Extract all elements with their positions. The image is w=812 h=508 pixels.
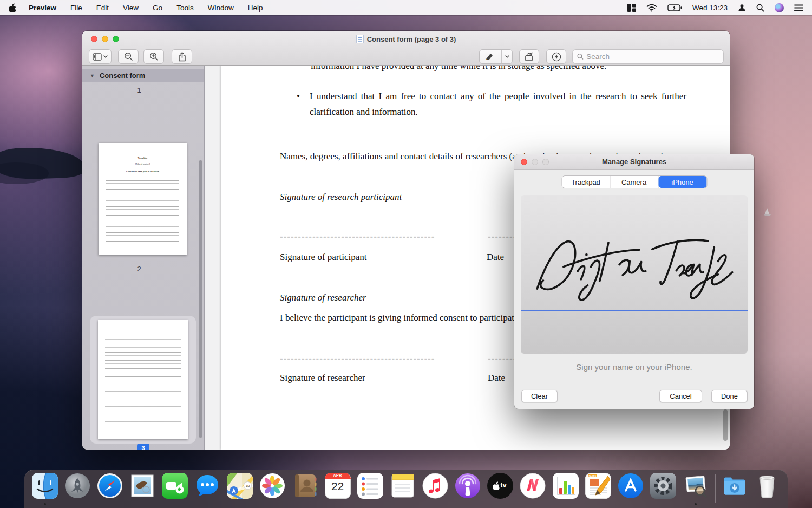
dock-item-launchpad[interactable]: [64, 473, 90, 507]
calendar-day: 22: [325, 480, 351, 493]
running-indicator: [695, 503, 697, 505]
sidebar-view-button[interactable]: [89, 49, 112, 64]
manage-signatures-dialog: Manage Signatures Trackpad Camera iPhone: [514, 154, 754, 409]
dock-item-music[interactable]: [422, 473, 449, 507]
thumb3-signature-lines: [105, 391, 181, 424]
dock-item-safari[interactable]: [96, 473, 123, 507]
search-icon: [577, 53, 584, 60]
siri-icon[interactable]: [775, 3, 784, 12]
signature-pad[interactable]: [521, 195, 748, 354]
page-2-thumbnail[interactable]: Template [Title of project] Consent to t…: [99, 143, 187, 255]
sidebar-scrollbar[interactable]: [199, 160, 202, 438]
apple-logo-icon: [9, 3, 17, 12]
dock: 3D APR 22: [24, 470, 788, 508]
dock-item-preview[interactable]: [683, 473, 709, 507]
dock-item-calendar[interactable]: APR 22: [324, 473, 351, 507]
signature-digital-trends: [525, 218, 744, 307]
thumb2-title: Template: [114, 155, 172, 160]
menu-item-preview[interactable]: Preview: [29, 4, 56, 12]
window-title: Consent form (page 3 of 3): [82, 35, 730, 43]
page-3-thumbnail[interactable]: [98, 320, 188, 439]
thumb3-text-lines: [105, 334, 181, 386]
page-3-selection[interactable]: [90, 316, 196, 444]
signature-baseline: [521, 310, 748, 311]
tab-iphone[interactable]: iPhone: [658, 176, 706, 188]
dialog-titlebar[interactable]: Manage Signatures: [514, 154, 754, 170]
dock-item-tv[interactable]: tv: [487, 473, 514, 507]
markup-button[interactable]: [546, 49, 566, 64]
document-scrollbar[interactable]: [723, 409, 728, 441]
doc-bullet: •: [297, 91, 300, 102]
apple-menu-icon[interactable]: [9, 3, 17, 12]
menu-item-view[interactable]: View: [123, 4, 139, 12]
dock-item-numbers[interactable]: [552, 473, 579, 507]
thumb2-subtitle: [Title of project]: [114, 161, 172, 166]
wallpaper-boat: [765, 208, 769, 214]
share-button[interactable]: [172, 49, 192, 64]
dock-item-downloads[interactable]: [722, 473, 748, 507]
dock-item-system-preferences[interactable]: [650, 473, 676, 507]
sidebar-group-header[interactable]: ▼ Consent form: [82, 69, 204, 82]
dock-item-finder[interactable]: [31, 473, 58, 507]
menu-item-file[interactable]: File: [70, 4, 82, 12]
tab-trackpad[interactable]: Trackpad: [562, 176, 610, 188]
dock-item-reminders[interactable]: [357, 473, 383, 507]
notification-center-icon[interactable]: [794, 4, 803, 11]
dock-item-facetime[interactable]: [162, 473, 188, 507]
document-icon: [356, 35, 364, 43]
highlight-button[interactable]: [479, 49, 513, 64]
dock-item-mail[interactable]: [129, 473, 155, 507]
cancel-button[interactable]: Cancel: [659, 390, 702, 402]
pages-label: PAGES: [588, 474, 598, 477]
dock-item-podcasts[interactable]: [455, 473, 481, 507]
menu-item-help[interactable]: Help: [248, 4, 263, 12]
search-input[interactable]: [586, 53, 719, 61]
page-2-label: 2: [82, 265, 196, 273]
disclosure-triangle-icon[interactable]: ▼: [90, 73, 95, 79]
dock-separator: [715, 474, 716, 503]
tab-camera[interactable]: Camera: [610, 176, 658, 188]
window-titlebar[interactable]: Consent form (page 3 of 3): [82, 31, 730, 66]
zoom-out-button[interactable]: [118, 49, 139, 64]
thumbnail-sidebar: ▼ Consent form 1 Template [Title of proj…: [82, 66, 205, 450]
menu-item-tools[interactable]: Tools: [176, 4, 194, 12]
rotate-button[interactable]: [519, 49, 539, 64]
wifi-icon[interactable]: [646, 4, 657, 12]
thumb2-text-lines: [106, 179, 179, 244]
menu-item-window[interactable]: Window: [208, 4, 234, 12]
window-manager-icon[interactable]: [627, 4, 636, 12]
page-1-label: 1: [82, 86, 196, 94]
calendar-month: APR: [325, 473, 351, 477]
dock-item-pages[interactable]: PAGES: [585, 473, 611, 507]
dock-item-app-store[interactable]: [617, 473, 644, 507]
dock-item-notes[interactable]: [389, 473, 416, 507]
sidebar-group-title: Consent form: [100, 71, 146, 80]
search-field[interactable]: [572, 49, 724, 64]
zoom-in-button[interactable]: [143, 49, 164, 64]
battery-icon[interactable]: [667, 4, 682, 11]
doc-date-label-2: Date: [488, 373, 505, 383]
doc-sig-researcher-label: Signature of researcher: [280, 373, 365, 383]
done-button[interactable]: Done: [711, 390, 748, 402]
user-switch-icon[interactable]: [738, 4, 746, 12]
dock-item-trash[interactable]: [754, 473, 781, 507]
doc-sig-researcher-heading: Signature of researcher: [280, 292, 366, 303]
dock-item-news[interactable]: [520, 473, 546, 507]
dock-item-contacts[interactable]: [292, 473, 318, 507]
signature-source-tabs: Trackpad Camera iPhone: [561, 175, 707, 188]
doc-date-label-1: Date: [487, 252, 504, 263]
menu-item-edit[interactable]: Edit: [96, 4, 109, 12]
dialog-title: Manage Signatures: [514, 158, 754, 166]
doc-bullet-line-1: I understand that I am free to contact a…: [310, 91, 686, 102]
doc-sig-participant-label: Signature of participant: [280, 252, 367, 263]
menu-item-go[interactable]: Go: [153, 4, 162, 12]
dock-item-messages[interactable]: [194, 473, 221, 507]
highlight-dropdown-chevron[interactable]: [501, 50, 512, 63]
clear-button[interactable]: Clear: [521, 390, 558, 402]
dock-item-maps[interactable]: 3D: [227, 473, 253, 507]
dock-item-photos[interactable]: [259, 473, 286, 507]
doc-dash-line-2: ----------------------------------------…: [280, 353, 435, 364]
menu-clock[interactable]: Wed 13:23: [692, 4, 728, 12]
spotlight-icon[interactable]: [756, 4, 764, 12]
running-indicator: [44, 503, 46, 505]
